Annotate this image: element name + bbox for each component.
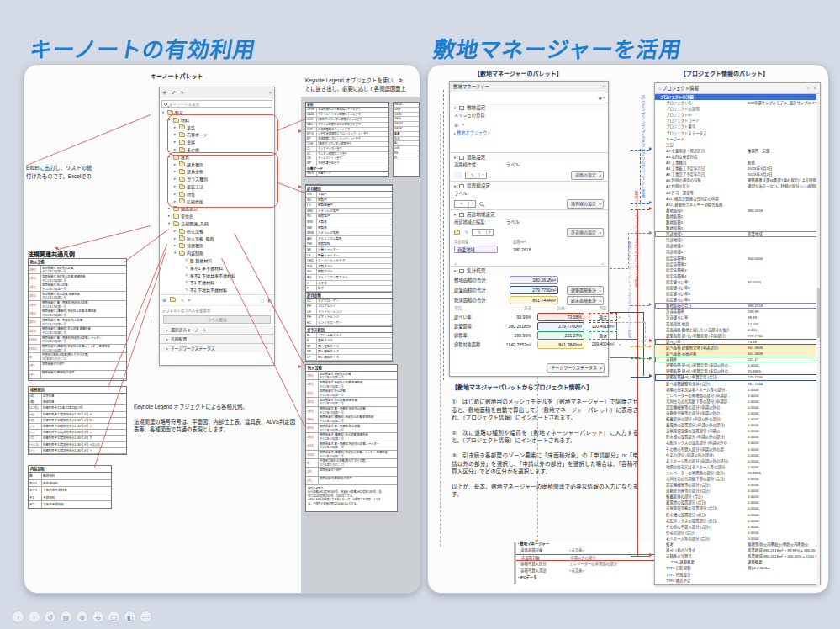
property-row[interactable]: 前面道路 敷地と接している部分の長さ6.000 <box>655 327 820 333</box>
zoning-label-dropdown[interactable]: ✎▾ <box>472 229 494 236</box>
tree-item[interactable]: ▸防火設備 <box>160 228 274 235</box>
road-tool-icon[interactable] <box>454 172 462 178</box>
property-row[interactable]: 指定建ぺい率4 <box>655 297 820 303</box>
property-row[interactable]: キーワード <box>655 136 820 142</box>
close-icon[interactable]: × <box>269 87 272 98</box>
property-row[interactable]: 敷地面積3 <box>655 219 820 225</box>
property-row[interactable]: 用途地域4 <box>655 249 820 255</box>
property-row[interactable]: 指定容積率3 <box>655 267 820 273</box>
zoom-to-icon[interactable] <box>479 202 483 206</box>
close-icon[interactable]: × <box>814 86 816 91</box>
property-row[interactable]: 建ぺい率の計算式商業地域:380.2618m² × 99.99% = 380.2… <box>655 547 820 553</box>
property-row[interactable]: TTF2 特殊設計 <box>655 572 820 578</box>
property-row[interactable]: 指定容積率1300.0000 <box>655 256 820 262</box>
property-row[interactable]: 用途地域3 <box>655 243 820 249</box>
property-row[interactable]: 注記 <box>655 142 820 148</box>
property-row[interactable]: 用途地域2 <box>655 237 820 243</box>
property-row[interactable]: 許容建ぺい率99.99 <box>655 314 820 320</box>
property-row[interactable]: 建ぺい率73.58 <box>655 339 820 345</box>
property-row[interactable]: 前面道路 幅員12.000 <box>655 321 820 327</box>
property-row[interactable]: 延べ面積 建築物全体 (申請部分)841.3849 <box>655 345 820 351</box>
zoom-in-icon[interactable]: ⊕ <box>76 610 88 623</box>
tree-item[interactable]: ▸防火設備_略称 <box>160 235 274 243</box>
property-row[interactable]: その他の不算入部分 (申請以外の部...0.0000 <box>655 447 820 452</box>
import-icon[interactable]: ▢ <box>261 298 265 303</box>
allowance-settings-button[interactable]: 許容値の設定 <box>567 228 604 237</box>
boundary-label-dropdown[interactable]: ✎▾ <box>454 200 476 208</box>
property-row[interactable]: 老人ホーム等の部分 (合計)0.0000 <box>655 536 820 542</box>
boundary-settings-button[interactable]: 境界線の設定 <box>567 199 604 209</box>
property-row[interactable]: A8 許可・認定等 <box>655 190 820 196</box>
property-row[interactable]: 蓄電池の設置部分 (合計)0.0000 <box>655 500 820 505</box>
property-row[interactable]: 貯水槽の設置部分 (合計)0.0000 <box>655 512 820 518</box>
property-row[interactable]: 自家発電設備の設置部分 (申請以...0.0000 <box>655 428 820 434</box>
tree-item[interactable]: ▾内装制限 <box>160 250 274 257</box>
accordion-section[interactable]: チームワークステータス <box>160 343 274 352</box>
layout-icon[interactable]: ◧ <box>124 610 136 623</box>
tree-item[interactable]: ✎難 難燃材料 <box>160 257 274 265</box>
property-row[interactable]: 敷地面積2 <box>655 214 820 219</box>
property-row[interactable]: ----TTF_建築概要----建築概要 <box>655 559 820 565</box>
property-row[interactable]: プロジェクト番号 <box>655 124 820 130</box>
property-row[interactable]: A6 特例の適用の有無建築基準法第56条第7項の規定による特例の適用... <box>655 177 820 183</box>
property-row[interactable]: 認定機械室等の部分 (合計)0.0000 <box>655 482 820 488</box>
accordion-section[interactable]: 凡例配置 <box>160 334 274 343</box>
property-row[interactable]: プロジェクトステータス <box>655 130 820 136</box>
property-row[interactable]: 備考角地等/防火内準耐火/準防火内準防火 <box>655 542 820 547</box>
property-row[interactable]: 敷地面積の合計380.2618 <box>655 303 820 309</box>
tree-item[interactable]: ▸排煙種別 <box>160 242 274 250</box>
property-row[interactable]: 住宅の部分 (申請以外の部分)0.0000 <box>655 452 820 458</box>
building-area-button[interactable]: 建築面積集計 <box>567 286 604 295</box>
scroll-right-icon[interactable]: ▸ <box>602 262 604 266</box>
property-row[interactable]: 住宅の部分 (合計)0.0000 <box>655 530 820 536</box>
tree-item[interactable]: ✎不2 下地共不燃材料 <box>160 287 274 294</box>
zoning-folder-icon[interactable] <box>454 230 460 235</box>
tree-item[interactable]: ▾法規関連_凡例 <box>160 220 274 228</box>
property-row[interactable]: 蓄電池の設置部分 (申請以外の部分)0.0000 <box>655 422 820 428</box>
section-zoning-settings[interactable]: ▼用途地域設定 <box>450 209 608 219</box>
property-row[interactable]: 建築面積 建ぺい率算定用 (申請以外の...20.3965 <box>655 368 820 374</box>
pages-icon[interactable]: ▤ <box>60 610 72 623</box>
property-row[interactable]: 建築面積 建ぺい率算定用 (申請以外の...0.0000 <box>655 362 820 368</box>
road-settings-button[interactable]: 道路の設定 <box>571 171 604 180</box>
gear-icon[interactable]: ✱ <box>598 95 602 101</box>
section-site-settings[interactable]: ▼敷地設定 <box>450 103 608 112</box>
property-row[interactable]: 容積率の計算式商業地域:380.2618m² × 300.00% = 1140.… <box>655 553 820 559</box>
scrollbar-thumb[interactable] <box>817 288 820 338</box>
property-row[interactable]: 備蓄倉庫の部分 (申請以外の部分)0.0000 <box>655 416 820 422</box>
section-totals[interactable]: ▼集計結果 <box>450 266 608 275</box>
property-row[interactable]: プロジェクトの説明 <box>655 106 820 112</box>
tree-item[interactable]: ✎準不1 準不燃材料 <box>160 265 274 272</box>
chevron-left-icon[interactable]: ‹ <box>12 610 24 623</box>
zoom-out-icon[interactable]: ⊖ <box>92 610 104 623</box>
property-row[interactable]: プロジェクト名BIM申請サンプルモデル_設計サンプル-TTF Vecto... <box>655 100 820 106</box>
property-row[interactable]: 指定容積率4 <box>655 273 820 279</box>
property-row[interactable]: 延べ面積建築物全体 (合計)861.7444 <box>655 381 820 387</box>
property-row[interactable]: 建築面積 建ぺい率算定用 (申請部分)279.7700 <box>655 333 820 339</box>
property-row[interactable]: 地階の住宅又は老人ホーム等の部分...0.0000 <box>655 387 820 393</box>
help-icon[interactable]: ? <box>806 86 809 91</box>
property-row[interactable]: 延べ面積 容積対象841.3849 <box>655 351 820 357</box>
close-icon[interactable]: × <box>602 82 605 92</box>
property-row[interactable]: A4 工事着工予定年月日20XX年X月2日 <box>655 166 820 172</box>
property-row[interactable]: 老人ホーム等の部分 (申請以外の部分)0.0000 <box>655 458 820 464</box>
delete-icon[interactable]: × <box>188 298 191 303</box>
property-row[interactable]: TTF1 日影規制例) 4-2.5h/4m <box>655 565 820 571</box>
property-row[interactable]: プロジェクトID <box>655 112 820 118</box>
property-row[interactable]: エレベーターの昇降路の部分 (申請部...0.0000 <box>655 393 820 399</box>
property-row[interactable]: 指定容積率2 <box>655 262 820 267</box>
property-row[interactable]: A5 工事完了予定年月日20XX年X月2日 <box>655 172 820 177</box>
property-row[interactable]: 自動車車庫等の部分 (申請以外の...0.0000 <box>655 410 820 416</box>
property-row[interactable]: 共同住宅の共用廊下等の部分 (合計)0.0000 <box>655 476 820 482</box>
property-row[interactable]: 共同住宅の共用廊下等の部分 (申請部...0.0000 <box>655 399 820 404</box>
property-row[interactable]: 地階の住宅又は老人ホーム等の部分...0.0000 <box>655 464 820 470</box>
property-row[interactable]: 貯水槽の設置部分 (申請以外の部分)0.0000 <box>655 434 820 440</box>
star-icon[interactable]: ☆ <box>268 306 272 314</box>
zoning-edit-icon[interactable]: ✎ <box>465 230 468 235</box>
add-keynote-icon[interactable]: ⊕ <box>162 297 166 303</box>
teamwork-status-button[interactable]: チームワークステータス <box>547 363 605 373</box>
property-row[interactable]: 自家発電設備の設置部分 (合計)0.0000 <box>655 505 820 511</box>
property-row[interactable]: 指定建ぺい率180.0000 <box>655 279 820 285</box>
edit-icon[interactable]: ✎ <box>181 298 184 303</box>
add-mesh-icon[interactable]: ⊕ <box>454 122 458 128</box>
